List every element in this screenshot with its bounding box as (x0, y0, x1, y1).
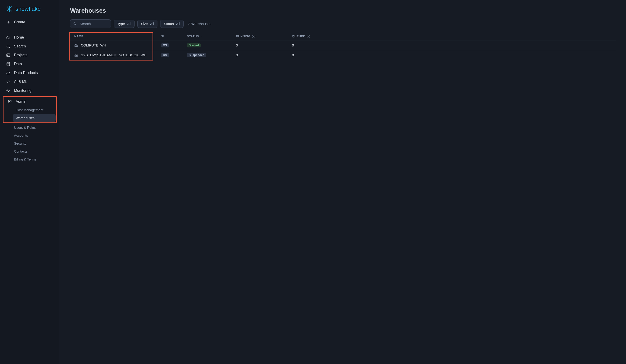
subnav-accounts[interactable]: Accounts (11, 131, 57, 139)
home-icon (6, 35, 11, 40)
nav-ai-ml[interactable]: AI & ML (2, 77, 57, 86)
svg-line-13 (76, 24, 76, 25)
svg-line-8 (9, 47, 10, 48)
primary-nav: Home Search Projects Data Data Products … (1, 32, 58, 166)
filter-status[interactable]: Status All (160, 20, 183, 28)
nav-home[interactable]: Home (2, 33, 57, 42)
table-row[interactable]: COMPUTE_WHXSStarted00 (70, 40, 616, 50)
svg-point-11 (10, 101, 10, 102)
nav-label: Projects (14, 53, 28, 57)
status-badge: Suspended (187, 53, 206, 57)
warehouse-name: COMPUTE_WH (81, 43, 106, 47)
status-badge: Started (187, 43, 201, 47)
subnav-cost-management[interactable]: Cost Management (13, 106, 56, 114)
table-header: NAME SI… STATUS ↑ RUNNING ? QUEUED ? (70, 33, 616, 40)
nav-label: Monitoring (14, 88, 32, 93)
warehouse-name: SYSTEM$STREAMLIT_NOTEBOOK_WH (81, 53, 147, 57)
search-icon (73, 22, 77, 26)
nav-label: AI & ML (14, 80, 27, 84)
cell-name: COMPUTE_WH (70, 43, 161, 47)
help-icon[interactable]: ? (252, 35, 255, 38)
filter-type[interactable]: Type All (114, 20, 135, 28)
filter-value: All (150, 22, 154, 26)
nav-data[interactable]: Data (2, 60, 57, 69)
divider (5, 30, 55, 30)
svg-point-10 (7, 62, 10, 64)
nav-projects[interactable]: Projects (2, 51, 57, 60)
filter-size[interactable]: Size All (137, 20, 157, 28)
nav-search[interactable]: Search (2, 42, 57, 51)
help-icon[interactable]: ? (307, 35, 310, 38)
admin-subnav-continued: Users & Roles Accounts Security Contacts… (2, 123, 57, 163)
cell-queued: 0 (292, 53, 343, 57)
col-size[interactable]: SI… (161, 35, 187, 38)
main-content: Warehouses Type All Size All Status All … (60, 0, 626, 364)
brand-name: snowflake (15, 6, 41, 12)
cell-name: SYSTEM$STREAMLIT_NOTEBOOK_WH (70, 53, 161, 57)
filter-label: Status (164, 22, 174, 26)
nav-admin[interactable]: Admin (4, 97, 56, 106)
size-badge: XS (161, 43, 169, 47)
plus-icon (6, 20, 11, 24)
sidebar: snowflake Create Home Search Projects (0, 0, 60, 364)
warehouses-table: NAME SI… STATUS ↑ RUNNING ? QUEUED ? COM… (70, 33, 616, 60)
cell-size: XS (161, 43, 187, 47)
database-icon (6, 62, 11, 66)
svg-point-4 (9, 8, 10, 9)
subnav-users-roles[interactable]: Users & Roles (11, 123, 57, 131)
search-input[interactable] (79, 22, 108, 26)
subnav-warehouses[interactable]: Warehouses (13, 114, 56, 122)
filter-value: All (176, 22, 180, 26)
nav-label: Data (14, 62, 22, 66)
cloud-icon (6, 71, 11, 75)
subnav-billing[interactable]: Billing & Terms (11, 155, 57, 163)
cell-status: Suspended (187, 53, 236, 57)
filter-label: Type (117, 22, 125, 26)
size-badge: XS (161, 53, 169, 57)
filter-label: Size (141, 22, 148, 26)
activity-icon (6, 88, 11, 93)
toolbar: Type All Size All Status All 2 Warehouse… (70, 19, 616, 28)
nav-label: Admin (16, 100, 26, 104)
create-label: Create (14, 20, 25, 24)
shield-icon (7, 100, 12, 104)
nav-data-products[interactable]: Data Products (2, 69, 57, 77)
warehouse-icon (74, 43, 78, 47)
create-button[interactable]: Create (4, 18, 56, 27)
col-running[interactable]: RUNNING ? (236, 35, 292, 38)
sparkle-icon (6, 80, 11, 84)
snowflake-icon (6, 5, 13, 13)
cell-queued: 0 (292, 43, 343, 47)
page-title: Warehouses (70, 7, 616, 14)
result-count: 2 Warehouses (188, 22, 211, 26)
warehouse-icon (74, 53, 78, 57)
search-box[interactable] (70, 19, 111, 28)
cell-status: Started (187, 43, 236, 47)
nav-label: Data Products (14, 71, 38, 75)
col-status[interactable]: STATUS ↑ (187, 35, 236, 38)
svg-point-12 (74, 22, 76, 25)
nav-label: Home (14, 35, 24, 40)
sort-asc-icon: ↑ (200, 35, 202, 38)
subnav-contacts[interactable]: Contacts (11, 147, 57, 155)
table-row[interactable]: SYSTEM$STREAMLIT_NOTEBOOK_WHXSSuspended0… (70, 50, 616, 60)
col-name[interactable]: NAME (70, 35, 161, 38)
col-queued[interactable]: QUEUED ? (292, 35, 343, 38)
svg-rect-9 (6, 54, 10, 57)
search-icon (6, 44, 11, 48)
subnav-security[interactable]: Security (11, 139, 57, 147)
admin-subnav: Cost Management Warehouses (4, 106, 56, 122)
nav-label: Search (14, 44, 26, 48)
projects-icon (6, 53, 11, 57)
svg-point-7 (7, 45, 9, 47)
cell-running: 0 (236, 43, 292, 47)
nav-monitoring[interactable]: Monitoring (2, 86, 57, 95)
cell-running: 0 (236, 53, 292, 57)
brand-logo[interactable]: snowflake (1, 0, 58, 17)
filter-value: All (127, 22, 131, 26)
cell-size: XS (161, 53, 187, 57)
annotation-admin-highlight: Admin Cost Management Warehouses (3, 96, 57, 123)
